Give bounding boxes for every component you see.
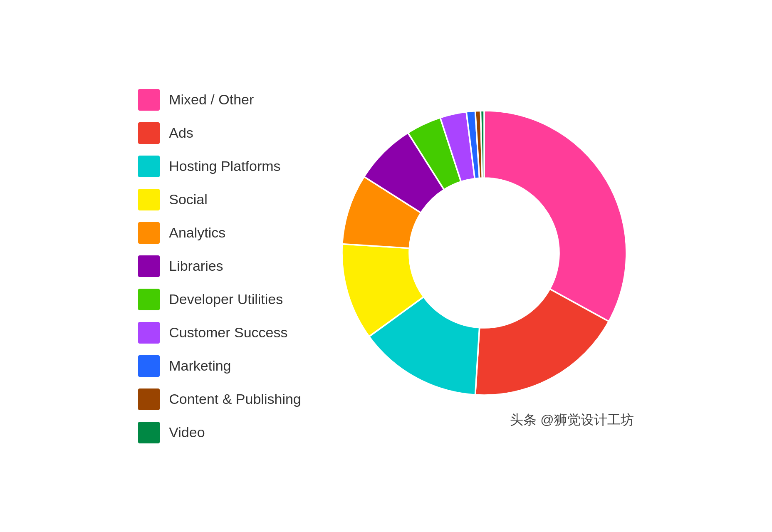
- legend-label-ads: Ads: [169, 125, 193, 141]
- donut-segment-mixed-other: [484, 111, 626, 322]
- chart-wrapper: 头条 @狮觉设计工坊: [334, 103, 634, 429]
- legend-label-customer-success: Customer Success: [169, 324, 287, 341]
- legend-color-libraries: [138, 255, 160, 277]
- legend-item-ads: Ads: [138, 122, 301, 144]
- legend-label-developer-utilities: Developer Utilities: [169, 291, 283, 307]
- legend-item-mixed-other: Mixed / Other: [138, 89, 301, 111]
- legend-color-social: [138, 189, 160, 210]
- legend-color-content-publishing: [138, 388, 160, 410]
- legend-color-video: [138, 422, 160, 443]
- legend-item-video: Video: [138, 422, 301, 443]
- legend-label-social: Social: [169, 191, 208, 208]
- legend-item-libraries: Libraries: [138, 255, 301, 277]
- legend-color-developer-utilities: [138, 289, 160, 310]
- legend-item-social: Social: [138, 189, 301, 210]
- legend-label-mixed-other: Mixed / Other: [169, 92, 254, 108]
- legend-item-analytics: Analytics: [138, 222, 301, 244]
- legend-item-customer-success: Customer Success: [138, 322, 301, 344]
- legend-color-analytics: [138, 222, 160, 244]
- legend-item-developer-utilities: Developer Utilities: [138, 289, 301, 310]
- legend-label-video: Video: [169, 424, 205, 440]
- legend-color-ads: [138, 122, 160, 144]
- legend-color-hosting-platforms: [138, 156, 160, 177]
- legend: Mixed / OtherAdsHosting PlatformsSocialA…: [138, 89, 301, 443]
- legend-item-hosting-platforms: Hosting Platforms: [138, 156, 301, 177]
- legend-color-mixed-other: [138, 89, 160, 111]
- legend-item-marketing: Marketing: [138, 355, 301, 377]
- legend-color-marketing: [138, 355, 160, 377]
- legend-label-marketing: Marketing: [169, 358, 231, 374]
- watermark: 头条 @狮觉设计工坊: [334, 411, 634, 429]
- legend-label-hosting-platforms: Hosting Platforms: [169, 158, 280, 174]
- legend-label-content-publishing: Content & Publishing: [169, 391, 301, 407]
- donut-chart: [334, 103, 634, 403]
- legend-color-customer-success: [138, 322, 160, 344]
- legend-item-content-publishing: Content & Publishing: [138, 388, 301, 410]
- main-container: Mixed / OtherAdsHosting PlatformsSocialA…: [0, 0, 772, 532]
- legend-label-libraries: Libraries: [169, 258, 223, 274]
- legend-label-analytics: Analytics: [169, 225, 225, 241]
